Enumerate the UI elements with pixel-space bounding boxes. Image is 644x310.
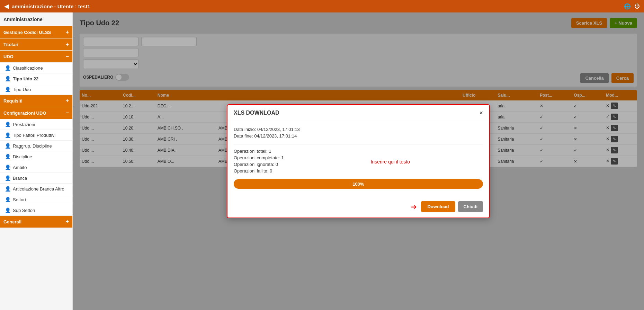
sidebar-section-generali-label: Generali [3, 219, 21, 224]
sidebar-item-prestazioni[interactable]: 👤 Prestazioni [0, 119, 72, 130]
back-icon[interactable]: ◀ [4, 2, 9, 10]
sidebar-section-generali-toggle: + [66, 219, 69, 225]
person-icon-tipo-udo: 👤 [5, 87, 11, 92]
app-title: amministrazione - Utente : test1 [12, 3, 90, 9]
sidebar-item-branca-label: Branca [13, 176, 27, 181]
sidebar-item-settori[interactable]: 👤 Settori [0, 194, 72, 205]
person-icon-discipline: 👤 [5, 154, 11, 159]
sidebar-section-gestione-toggle: + [66, 29, 69, 35]
sidebar-section-udo-toggle: − [66, 53, 69, 60]
person-icon-tipo-udo-22: 👤 [5, 76, 11, 81]
chiudi-button[interactable]: Chiudi [458, 201, 483, 212]
sidebar-item-tipo-udo-22-label: Tipo Udo 22 [13, 76, 38, 81]
modal-ops-left: Operazioni totali: 1 Operazioni completa… [234, 149, 284, 175]
modal-ops-right: Inserire qui il testo [298, 149, 483, 175]
data-fine-value: 04/12/2023, 17:01:14 [254, 133, 297, 139]
sidebar-item-tipo-udo-label: Tipo Udo [13, 87, 31, 92]
ops-completate-label: Operazioni completate: [234, 155, 280, 160]
main-layout: Amministrazione Gestione Codici ULSS + T… [0, 12, 644, 310]
sidebar-section-udo[interactable]: UDO − [0, 51, 72, 62]
data-inizio: Data inizio: 04/12/2023, 17:01:13 [234, 127, 483, 132]
sidebar-item-classificazione-label: Classificazione [13, 65, 43, 71]
sidebar-item-tipo-udo-22[interactable]: 👤 Tipo Udo 22 [0, 73, 72, 84]
modal-title: XLS DOWNLOAD [234, 110, 279, 116]
ops-totali-value: 1 [269, 149, 271, 154]
sidebar-section-titolari-label: Titolari [3, 42, 18, 47]
sidebar-item-articolazione-label: Articolazione Branca Altro [13, 186, 64, 192]
sidebar-item-articolazione-branca[interactable]: 👤 Articolazione Branca Altro [0, 184, 72, 194]
person-icon-settori: 👤 [5, 197, 11, 202]
progress-value: 100% [352, 181, 364, 187]
ops-totali: Operazioni totali: 1 [234, 149, 284, 154]
sidebar-section-requisiti-label: Requisiti [3, 98, 23, 104]
modal-footer: ➔ Download Chiudi [227, 199, 489, 218]
download-button[interactable]: Download [421, 201, 455, 212]
sidebar-section-titolari-toggle: + [66, 41, 69, 47]
sidebar-item-tipo-fattori-label: Tipo Fattori Produttivi [13, 133, 55, 138]
sidebar-section-requisiti-toggle: + [66, 98, 69, 104]
ops-ignorata: Operazioni ignorata: 0 [234, 162, 284, 167]
person-icon-sub-settori: 👤 [5, 207, 11, 213]
data-inizio-value: 04/12/2023, 17:01:13 [257, 127, 300, 132]
sidebar-section-udo-label: UDO [3, 54, 14, 59]
sidebar-item-sub-settori-label: Sub Settori [13, 208, 35, 213]
sidebar-section-titolari[interactable]: Titolari + [0, 38, 72, 50]
ops-totali-label: Operazioni totali: [234, 149, 268, 154]
sidebar-title: Amministrazione [0, 12, 72, 26]
person-icon-ambito: 👤 [5, 165, 11, 170]
ops-fallite-label: Operazioni fallite: [234, 168, 268, 174]
ops-completate-value: 1 [281, 155, 284, 160]
data-inizio-label: Data inizio: [234, 127, 256, 132]
sidebar-item-sub-settori[interactable]: 👤 Sub Settori [0, 205, 72, 216]
ops-ignorata-value: 0 [276, 162, 278, 167]
person-icon-raggrup-discipline: 👤 [5, 143, 11, 149]
sidebar-item-settori-label: Settori [13, 197, 26, 202]
modal-body: Data inizio: 04/12/2023, 17:01:13 Data f… [227, 121, 489, 199]
modal-ops: Operazioni totali: 1 Operazioni completa… [234, 149, 483, 175]
insert-text: Inserire qui il testo [370, 159, 410, 165]
sidebar: Amministrazione Gestione Codici ULSS + T… [0, 12, 73, 310]
modal-dates: Data inizio: 04/12/2023, 17:01:13 Data f… [234, 127, 483, 144]
ops-ignorata-label: Operazioni ignorata: [234, 162, 274, 167]
top-bar-left: ◀ amministrazione - Utente : test1 [4, 2, 90, 10]
ops-fallite: Operazioni fallite: 0 [234, 168, 284, 174]
top-bar-icons: 🌐 ⏻ [624, 3, 640, 10]
sidebar-item-ambito-label: Ambito [13, 165, 27, 170]
sidebar-item-branca[interactable]: 👤 Branca [0, 173, 72, 184]
person-icon-tipo-fattori: 👤 [5, 132, 11, 138]
sidebar-section-gestione[interactable]: Gestione Codici ULSS + [0, 26, 72, 38]
modal-header: XLS DOWNLOAD × [227, 105, 489, 121]
sidebar-item-discipline[interactable]: 👤 Discipline [0, 151, 72, 162]
power-icon[interactable]: ⏻ [634, 3, 640, 10]
sidebar-item-raggrup-discipline[interactable]: 👤 Raggrup. Discipline [0, 141, 72, 151]
sidebar-item-prestazioni-label: Prestazioni [13, 122, 35, 127]
person-icon-branca: 👤 [5, 175, 11, 181]
data-fine: Data fine: 04/12/2023, 17:01:14 [234, 133, 483, 139]
progress-bar: 100% [234, 179, 483, 189]
globe-icon[interactable]: 🌐 [624, 3, 631, 10]
arrow-icon: ➔ [411, 203, 417, 211]
person-icon-classificazione: 👤 [5, 65, 11, 71]
xls-download-modal: XLS DOWNLOAD × Data inizio: 04/12/2023, … [227, 104, 490, 218]
sidebar-item-tipo-udo[interactable]: 👤 Tipo Udo [0, 84, 72, 95]
ops-completate: Operazioni completate: 1 [234, 155, 284, 160]
sidebar-item-tipo-fattori[interactable]: 👤 Tipo Fattori Produttivi [0, 130, 72, 141]
modal-overlay: XLS DOWNLOAD × Data inizio: 04/12/2023, … [73, 12, 644, 310]
sidebar-item-ambito[interactable]: 👤 Ambito [0, 162, 72, 173]
sidebar-section-generali[interactable]: Generali + [0, 216, 72, 228]
sidebar-item-classificazione[interactable]: 👤 Classificazione [0, 63, 72, 73]
top-bar: ◀ amministrazione - Utente : test1 🌐 ⏻ [0, 0, 644, 12]
sidebar-item-discipline-label: Discipline [13, 154, 32, 159]
person-icon-prestazioni: 👤 [5, 122, 11, 127]
person-icon-articolazione: 👤 [5, 186, 11, 192]
sidebar-section-configurazioni[interactable]: Configurazioni UDO − [0, 107, 72, 119]
modal-close-button[interactable]: × [479, 110, 483, 116]
sidebar-section-configurazioni-toggle: − [66, 110, 69, 116]
ops-fallite-value: 0 [270, 168, 272, 174]
sidebar-section-requisiti[interactable]: Requisiti + [0, 95, 72, 107]
progress-bar-container: 100% [234, 179, 483, 189]
data-fine-label: Data fine: [234, 133, 253, 139]
main-content: Tipo Udo 22 Scarica XLS + Nuova [73, 12, 644, 310]
sidebar-section-configurazioni-label: Configurazioni UDO [3, 110, 46, 116]
sidebar-item-raggrup-discipline-label: Raggrup. Discipline [13, 143, 52, 149]
